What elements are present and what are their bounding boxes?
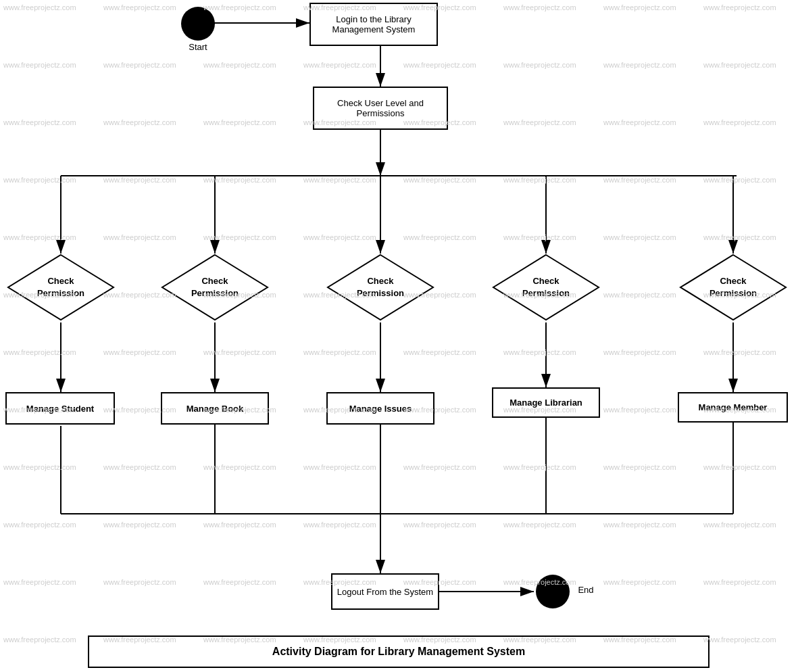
watermark-text: www.freeprojectz.com bbox=[403, 348, 476, 356]
diagram-title: Activity Diagram for Library Management … bbox=[88, 635, 710, 668]
svg-text:Permission: Permission bbox=[37, 288, 84, 298]
watermark-text: www.freeprojectz.com bbox=[103, 348, 176, 356]
watermark-text: www.freeprojectz.com bbox=[203, 578, 276, 586]
watermark-text: www.freeprojectz.com bbox=[503, 348, 576, 356]
login-label: Login to the Library Management System bbox=[314, 14, 434, 34]
manage-student-label: Manage Student bbox=[26, 404, 94, 414]
watermark-text: www.freeprojectz.com bbox=[103, 3, 176, 11]
svg-text:Permission: Permission bbox=[191, 288, 239, 298]
watermark-text: www.freeprojectz.com bbox=[303, 233, 376, 241]
watermark-text: www.freeprojectz.com bbox=[3, 233, 76, 241]
svg-text:Check: Check bbox=[720, 276, 747, 286]
diamond-1: Check Permission bbox=[7, 254, 115, 321]
watermark-text: www.freeprojectz.com bbox=[403, 176, 476, 184]
manage-student-node: Manage Student bbox=[5, 392, 115, 425]
watermark-text: www.freeprojectz.com bbox=[603, 348, 676, 356]
watermark-text: www.freeprojectz.com bbox=[103, 176, 176, 184]
diamond-2: Check Permission bbox=[161, 254, 269, 321]
watermark-text: www.freeprojectz.com bbox=[303, 463, 376, 471]
watermark-text: www.freeprojectz.com bbox=[303, 521, 376, 529]
watermark-text: www.freeprojectz.com bbox=[103, 61, 176, 69]
watermark-text: www.freeprojectz.com bbox=[603, 291, 676, 299]
watermark-text: www.freeprojectz.com bbox=[503, 521, 576, 529]
watermark-text: www.freeprojectz.com bbox=[203, 61, 276, 69]
end-label: End bbox=[572, 585, 599, 595]
watermark-text: www.freeprojectz.com bbox=[703, 348, 776, 356]
manage-book-node: Manage Book bbox=[161, 392, 269, 425]
login-node: Login to the Library Management System bbox=[309, 3, 438, 46]
watermark-text: www.freeprojectz.com bbox=[703, 176, 776, 184]
svg-text:Permission: Permission bbox=[357, 288, 404, 298]
watermark-text: www.freeprojectz.com bbox=[3, 118, 76, 126]
watermark-text: www.freeprojectz.com bbox=[503, 463, 576, 471]
watermark-text: www.freeprojectz.com bbox=[303, 61, 376, 69]
end-node bbox=[536, 575, 570, 608]
watermark-text: www.freeprojectz.com bbox=[103, 118, 176, 126]
watermark-text: www.freeprojectz.com bbox=[503, 3, 576, 11]
svg-text:Check: Check bbox=[532, 276, 559, 286]
manage-issues-node: Manage Issues bbox=[326, 392, 434, 425]
watermark-text: www.freeprojectz.com bbox=[103, 233, 176, 241]
watermark-text: www.freeprojectz.com bbox=[603, 61, 676, 69]
watermark-text: www.freeprojectz.com bbox=[703, 521, 776, 529]
watermark-text: www.freeprojectz.com bbox=[603, 463, 676, 471]
logout-node: Logout From the System bbox=[331, 573, 439, 610]
logout-label: Logout From the System bbox=[337, 587, 433, 597]
watermark-text: www.freeprojectz.com bbox=[3, 521, 76, 529]
watermark-text: www.freeprojectz.com bbox=[3, 348, 76, 356]
watermark-text: www.freeprojectz.com bbox=[603, 406, 676, 414]
watermark-text: www.freeprojectz.com bbox=[203, 118, 276, 126]
watermark-text: www.freeprojectz.com bbox=[503, 176, 576, 184]
watermark-text: www.freeprojectz.com bbox=[403, 521, 476, 529]
svg-text:Check: Check bbox=[47, 276, 74, 286]
manage-issues-label: Manage Issues bbox=[349, 404, 412, 414]
watermark-text: www.freeprojectz.com bbox=[3, 635, 76, 644]
watermark-text: www.freeprojectz.com bbox=[203, 3, 276, 11]
svg-text:Check: Check bbox=[367, 276, 394, 286]
watermark-text: www.freeprojectz.com bbox=[603, 118, 676, 126]
svg-text:Permission: Permission bbox=[710, 288, 757, 298]
check-permissions-node: Check User Level and Permissions bbox=[313, 87, 448, 130]
watermark-text: www.freeprojectz.com bbox=[3, 578, 76, 586]
watermark-text: www.freeprojectz.com bbox=[3, 176, 76, 184]
start-label: Start bbox=[181, 42, 215, 52]
diamond-4: Check Permission bbox=[492, 254, 600, 321]
watermark-text: www.freeprojectz.com bbox=[503, 61, 576, 69]
svg-marker-26 bbox=[162, 255, 268, 320]
watermark-text: www.freeprojectz.com bbox=[203, 176, 276, 184]
svg-marker-35 bbox=[680, 255, 786, 320]
svg-text:Check: Check bbox=[201, 276, 228, 286]
watermark-text: www.freeprojectz.com bbox=[103, 578, 176, 586]
watermark-text: www.freeprojectz.com bbox=[703, 61, 776, 69]
watermark-text: www.freeprojectz.com bbox=[503, 233, 576, 241]
watermark-text: www.freeprojectz.com bbox=[303, 176, 376, 184]
title-label: Activity Diagram for Library Management … bbox=[272, 646, 525, 658]
watermark-text: www.freeprojectz.com bbox=[203, 521, 276, 529]
watermark-text: www.freeprojectz.com bbox=[703, 118, 776, 126]
manage-librarian-label: Manage Librarian bbox=[509, 398, 582, 408]
manage-member-node: Manage Member bbox=[678, 392, 788, 423]
watermark-text: www.freeprojectz.com bbox=[3, 61, 76, 69]
svg-text:Permission: Permission bbox=[522, 288, 570, 298]
watermark-text: www.freeprojectz.com bbox=[103, 521, 176, 529]
svg-marker-23 bbox=[8, 255, 114, 320]
watermark-text: www.freeprojectz.com bbox=[403, 61, 476, 69]
manage-member-label: Manage Member bbox=[699, 402, 768, 412]
watermark-text: www.freeprojectz.com bbox=[703, 578, 776, 586]
check-permissions-label: Check User Level and Permissions bbox=[317, 98, 444, 118]
watermark-text: www.freeprojectz.com bbox=[703, 635, 776, 644]
diamond-3: Check Permission bbox=[326, 254, 434, 321]
watermark-text: www.freeprojectz.com bbox=[603, 578, 676, 586]
watermark-text: www.freeprojectz.com bbox=[203, 463, 276, 471]
watermark-text: www.freeprojectz.com bbox=[703, 233, 776, 241]
watermark-text: www.freeprojectz.com bbox=[203, 233, 276, 241]
start-node bbox=[181, 7, 215, 41]
watermark-text: www.freeprojectz.com bbox=[303, 348, 376, 356]
watermark-text: www.freeprojectz.com bbox=[3, 3, 76, 11]
watermark-text: www.freeprojectz.com bbox=[603, 233, 676, 241]
diamond-5: Check Permission bbox=[679, 254, 787, 321]
watermark-text: www.freeprojectz.com bbox=[703, 463, 776, 471]
manage-book-label: Manage Book bbox=[186, 404, 244, 414]
manage-librarian-node: Manage Librarian bbox=[492, 387, 600, 418]
svg-marker-32 bbox=[493, 255, 599, 320]
